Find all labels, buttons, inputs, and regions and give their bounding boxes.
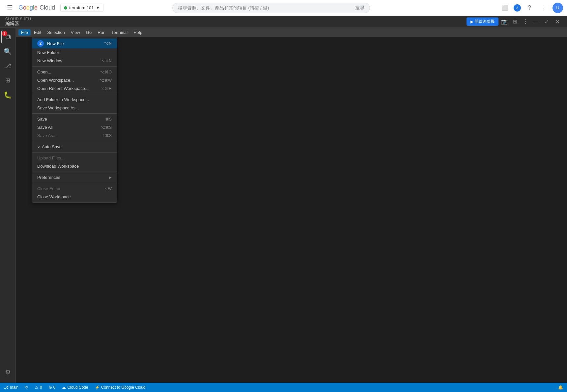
google-cloud-topbar: ☰ Google Cloud terraform101 ▼ 搜尋 ⬜ 3 ? ⋮… <box>0 0 567 16</box>
sidebar-icon-source-control[interactable]: ⎇ <box>1 59 14 72</box>
sidebar-icon-extensions[interactable]: ⊞ <box>1 74 14 87</box>
warning-icon: ⚠ <box>35 385 39 390</box>
branch-name: main <box>10 385 18 390</box>
more-options-icon[interactable]: ⋮ <box>538 2 550 14</box>
google-cloud-logo: Google Cloud <box>18 4 55 11</box>
menu-go[interactable]: Go <box>83 29 94 36</box>
error-count: 0 <box>53 385 56 390</box>
menu-item-open-workspace[interactable]: Open Workspace... ⌥⌘W <box>32 76 117 84</box>
upload-files-label: Upload Files... <box>37 155 65 160</box>
menu-terminal[interactable]: Terminal <box>109 29 130 36</box>
open-label: Open... <box>37 70 51 74</box>
branch-icon: ⎇ <box>4 385 9 390</box>
status-connect[interactable]: ⚡ Connect to Google Cloud <box>94 385 147 390</box>
menu-run[interactable]: Run <box>95 29 108 36</box>
topbar-right-actions: ⬜ 3 ? ⋮ U <box>499 2 563 14</box>
connect-label: Connect to Google Cloud <box>101 385 146 390</box>
menu-item-upload-files: Upload Files... <box>32 154 117 162</box>
close-editor-label: Close Editor <box>37 186 61 191</box>
open-workspace-label: Open Workspace... <box>37 78 74 83</box>
auto-save-check-icon: ✓ <box>37 145 41 149</box>
shell-camera-icon[interactable]: 📷 <box>500 17 509 26</box>
separator-6 <box>32 172 117 172</box>
menu-item-save-as: Save As... ⇧⌘S <box>32 131 117 140</box>
menu-item-add-folder[interactable]: Add Folder to Workspace... <box>32 96 117 104</box>
status-errors[interactable]: ⊘ 0 <box>47 385 57 390</box>
cloud-shell-bar: CLOUD SHELL 編輯器 ▶ 開啟終端機 📷 ⊞ ⋮ — ⤢ ✕ <box>0 16 567 28</box>
shell-expand-icon[interactable]: ⤢ <box>542 17 551 26</box>
status-sync[interactable]: ↻ <box>24 385 30 390</box>
sidebar-icon-search[interactable]: 🔍 <box>1 45 14 58</box>
shell-more-icon[interactable]: ⋮ <box>521 17 530 26</box>
terminal-icon[interactable]: ⬜ <box>499 2 511 14</box>
settings-icon: ⚙ <box>5 368 11 376</box>
menu-item-save-workspace-as[interactable]: Save Workspace As... <box>32 104 117 112</box>
warning-count: 0 <box>40 385 42 390</box>
open-recent-workspace-label: Open Recent Workspace... <box>37 86 89 91</box>
shell-bar-right: ▶ 開啟終端機 📷 ⊞ ⋮ — ⤢ ✕ <box>467 17 562 26</box>
terminal-action-icon: ▶ <box>470 19 473 24</box>
search-button[interactable]: 搜尋 <box>355 5 364 11</box>
open-recent-workspace-shortcut: ⌥⌘R <box>100 86 112 91</box>
sync-icon: ↻ <box>25 385 28 390</box>
files-badge: 1 <box>2 31 7 36</box>
shell-layout-icon[interactable]: ⊞ <box>510 17 520 26</box>
menu-item-new-folder[interactable]: New Folder <box>32 48 117 57</box>
shell-minimize-icon[interactable]: — <box>531 17 541 26</box>
cloud-text: Cloud <box>40 4 55 11</box>
add-folder-label: Add Folder to Workspace... <box>37 97 89 102</box>
sidebar-icon-debug[interactable]: 🐛 <box>1 88 14 101</box>
file-dropdown-menu: 2 New File ⌥N New Folder New Window ⌥⇧N … <box>32 37 117 203</box>
sidebar-icon-settings[interactable]: ⚙ <box>1 366 14 379</box>
save-as-label: Save As... <box>37 133 57 138</box>
menu-item-save-all[interactable]: Save All ⌥⌘S <box>32 123 117 131</box>
new-file-label: New File <box>47 41 64 46</box>
menu-file[interactable]: File <box>18 29 31 36</box>
menu-item-close-workspace[interactable]: Close Workspace <box>32 193 117 201</box>
hamburger-menu-icon[interactable]: ☰ <box>4 2 16 14</box>
menu-item-preferences[interactable]: Preferences <box>32 173 117 182</box>
save-all-shortcut: ⌥⌘S <box>100 125 112 130</box>
notification-badge[interactable]: 3 <box>514 4 521 12</box>
separator-4 <box>32 141 117 141</box>
search-icon: 🔍 <box>4 47 12 55</box>
menu-item-auto-save[interactable]: ✓ Auto Save <box>32 143 117 151</box>
open-terminal-button[interactable]: ▶ 開啟終端機 <box>467 17 498 26</box>
save-workspace-as-label: Save Workspace As... <box>37 105 79 110</box>
separator-3 <box>32 113 117 114</box>
menu-item-save[interactable]: Save ⌘S <box>32 115 117 123</box>
connect-icon: ⚡ <box>95 385 100 390</box>
menu-item-new-file[interactable]: 2 New File ⌥N <box>32 39 117 48</box>
separator-5 <box>32 152 117 153</box>
sidebar-icon-files[interactable]: ⧉ 1 <box>1 30 14 43</box>
status-bar: ⎇ main ↻ ⚠ 0 ⊘ 0 ☁ Cloud Code ⚡ Connect … <box>0 383 567 392</box>
avatar[interactable]: U <box>553 3 563 13</box>
help-icon[interactable]: ? <box>524 2 535 14</box>
new-window-label: New Window <box>37 58 62 63</box>
status-notifications[interactable]: 🔔 <box>557 385 564 390</box>
status-warnings[interactable]: ⚠ 0 <box>34 385 43 390</box>
menu-item-download-workspace[interactable]: Download Workspace <box>32 162 117 170</box>
menu-item-open[interactable]: Open... ⌥⌘O <box>32 68 117 76</box>
close-workspace-label: Close Workspace <box>37 194 71 199</box>
project-status-dot <box>64 6 67 10</box>
cloud-code-icon: ☁ <box>62 385 66 390</box>
menu-view[interactable]: View <box>68 29 83 36</box>
status-branch[interactable]: ⎇ main <box>3 385 20 390</box>
shell-bar-left: CLOUD SHELL 編輯器 <box>5 17 32 27</box>
download-workspace-label: Download Workspace <box>37 164 79 169</box>
save-all-label: Save All <box>37 125 53 130</box>
menu-edit[interactable]: Edit <box>31 29 44 36</box>
menu-item-new-window[interactable]: New Window ⌥⇧N <box>32 57 117 65</box>
save-label: Save <box>37 117 47 122</box>
extensions-icon: ⊞ <box>5 77 10 84</box>
status-cloud-code[interactable]: ☁ Cloud Code <box>61 385 89 390</box>
project-selector[interactable]: terraform101 ▼ <box>60 4 103 12</box>
auto-save-label: Auto Save <box>42 144 62 149</box>
menu-item-open-recent-workspace[interactable]: Open Recent Workspace... ⌥⌘R <box>32 84 117 93</box>
separator-7 <box>32 183 117 183</box>
shell-close-icon[interactable]: ✕ <box>553 17 562 26</box>
menu-help[interactable]: Help <box>131 29 145 36</box>
menu-selection[interactable]: Selection <box>44 29 67 36</box>
search-input[interactable] <box>178 5 353 11</box>
